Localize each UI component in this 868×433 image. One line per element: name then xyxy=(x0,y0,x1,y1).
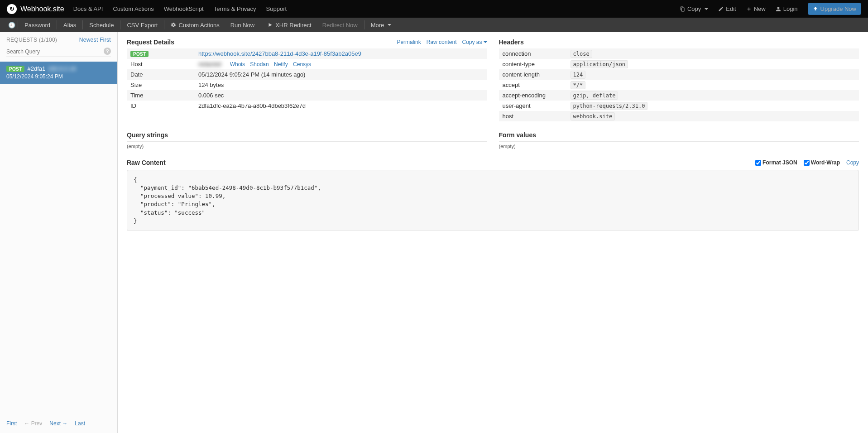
new-button[interactable]: New xyxy=(746,5,766,12)
request-hash: #2dfa1 xyxy=(27,65,45,72)
headers-heading: Headers xyxy=(499,38,859,46)
sub-run-now[interactable]: Run Now xyxy=(225,22,260,29)
sub-password[interactable]: Password xyxy=(19,22,56,29)
redirect-icon xyxy=(268,22,273,28)
header-row: content-length124 xyxy=(499,69,859,80)
sub-custom-actions[interactable]: Custom Actions xyxy=(165,22,225,29)
header-key: accept xyxy=(499,80,567,90)
format-json-checkbox[interactable] xyxy=(755,160,761,166)
header-key: user-agent xyxy=(499,101,567,111)
rawcontent-link[interactable]: Raw content xyxy=(427,39,457,45)
brand-icon: ↻ xyxy=(7,4,17,14)
header-key: content-length xyxy=(499,69,567,80)
gear-icon xyxy=(171,22,176,28)
request-date: 05/12/2024 9:05:24 PM xyxy=(6,73,111,80)
brand-text: Webhook.site xyxy=(20,5,64,13)
page-last[interactable]: Last xyxy=(75,420,85,427)
requests-heading: REQUESTS (1/100) xyxy=(6,37,57,43)
caret-icon xyxy=(484,41,487,43)
clock-icon[interactable]: 🕘 xyxy=(7,22,17,29)
sidebar: REQUESTS (1/100) Newest First ? POST #2d… xyxy=(0,32,118,433)
val-id: 2dfa1dfc-ea2a-4b7a-a80b-4dbeb3f62e7d xyxy=(195,101,487,111)
host-value-blurred: redacted xyxy=(198,61,225,67)
sub-more[interactable]: More xyxy=(365,22,397,29)
page-next[interactable]: Next → xyxy=(49,420,67,427)
lbl-id: ID xyxy=(127,101,195,111)
val-time: 0.006 sec xyxy=(195,90,487,101)
login-button[interactable]: Login xyxy=(776,5,798,12)
host-shodan[interactable]: Shodan xyxy=(250,61,269,67)
form-heading: Form values xyxy=(499,131,859,139)
nav-docs[interactable]: Docs & API xyxy=(73,5,103,12)
nav-script[interactable]: WebhookScript xyxy=(164,5,204,12)
raw-body[interactable]: { "payment_id": "6bab54ed-2498-49d0-8c1b… xyxy=(127,170,859,231)
header-row: user-agentpython-requests/2.31.0 xyxy=(499,101,859,111)
nav-terms[interactable]: Terms & Privacy xyxy=(214,5,256,12)
caret-icon xyxy=(388,24,391,26)
sub-xhr[interactable]: XHR Redirect xyxy=(262,22,317,29)
host-whois[interactable]: Whois xyxy=(230,61,245,67)
copyas-menu[interactable]: Copy as xyxy=(462,39,487,45)
sub-csv[interactable]: CSV Export xyxy=(121,22,163,29)
method-badge: POST xyxy=(6,66,24,72)
sub-navbar: 🕘 Password Alias Schedule CSV Export Cus… xyxy=(0,18,868,32)
header-val: python-requests/2.31.0 xyxy=(571,102,648,110)
nav-actions[interactable]: Custom Actions xyxy=(113,5,153,12)
header-val: application/json xyxy=(571,60,628,68)
format-json-toggle[interactable]: Format JSON xyxy=(755,159,797,166)
header-row: hostwebhook.site xyxy=(499,111,859,121)
search-input[interactable] xyxy=(6,47,111,57)
top-navbar: ↻ Webhook.site Docs & API Custom Actions… xyxy=(0,0,868,18)
pencil-icon xyxy=(718,6,724,12)
caret-icon xyxy=(705,8,708,10)
header-val: gzip, deflate xyxy=(571,91,619,100)
request-list-item[interactable]: POST #2dfa1 192.0.2.10 05/12/2024 9:05:2… xyxy=(0,62,117,84)
upgrade-button[interactable]: Upgrade Now xyxy=(808,3,862,15)
host-netify[interactable]: Netify xyxy=(274,61,288,67)
header-row: accept*/* xyxy=(499,80,859,90)
detail-method-badge: POST xyxy=(130,51,149,57)
header-row: connectionclose xyxy=(499,48,859,59)
sub-schedule[interactable]: Schedule xyxy=(84,22,119,29)
lbl-size: Size xyxy=(127,80,195,90)
search-help-icon[interactable]: ? xyxy=(104,48,111,55)
main-content: Request Details Permalink Raw content Co… xyxy=(118,32,868,433)
lbl-date: Date xyxy=(127,69,195,80)
permalink-link[interactable]: Permalink xyxy=(397,39,421,45)
plus-icon xyxy=(746,6,752,12)
detail-url[interactable]: https://webhook.site/2427bba8-211d-4d3e-… xyxy=(198,50,361,57)
request-details-heading: Request Details Permalink Raw content Co… xyxy=(127,38,487,46)
header-val: */* xyxy=(571,81,586,89)
query-heading: Query strings xyxy=(127,131,487,139)
header-val: webhook.site xyxy=(571,112,615,120)
sort-toggle[interactable]: Newest First xyxy=(79,37,111,43)
nav-right: Copy Edit New Login Upgrade Now xyxy=(680,3,861,15)
form-empty: (empty) xyxy=(499,142,859,149)
user-icon xyxy=(776,6,781,12)
val-date: 05/12/2024 9:05:24 PM (14 minutes ago) xyxy=(195,69,487,80)
page-prev: ← Prev xyxy=(24,420,42,427)
header-row: content-typeapplication/json xyxy=(499,59,859,69)
copy-menu[interactable]: Copy xyxy=(680,5,708,12)
host-censys[interactable]: Censys xyxy=(293,61,311,67)
header-key: host xyxy=(499,111,567,121)
headers-table: connectionclosecontent-typeapplication/j… xyxy=(499,48,859,121)
sub-redirect-now[interactable]: Redirect Now xyxy=(317,22,363,29)
wordwrap-toggle[interactable]: Word-Wrap xyxy=(804,159,840,166)
sidebar-pagination: First ← Prev Next → Last xyxy=(0,416,117,433)
raw-heading: Raw Content xyxy=(127,159,166,166)
header-key: accept-encoding xyxy=(499,90,567,101)
wordwrap-checkbox[interactable] xyxy=(804,160,810,166)
nav-links: Docs & API Custom Actions WebhookScript … xyxy=(73,5,287,12)
brand[interactable]: ↻ Webhook.site xyxy=(7,4,64,14)
request-details-table: POST https://webhook.site/2427bba8-211d-… xyxy=(127,48,487,111)
header-val: close xyxy=(571,50,592,58)
clipboard-icon xyxy=(680,6,685,12)
raw-copy[interactable]: Copy xyxy=(846,159,859,166)
request-ip-blurred: 192.0.2.10 xyxy=(48,65,76,72)
sub-alias[interactable]: Alias xyxy=(58,22,82,29)
header-row: accept-encodinggzip, deflate xyxy=(499,90,859,101)
nav-support[interactable]: Support xyxy=(266,5,287,12)
page-first[interactable]: First xyxy=(6,420,17,427)
edit-button[interactable]: Edit xyxy=(718,5,736,12)
